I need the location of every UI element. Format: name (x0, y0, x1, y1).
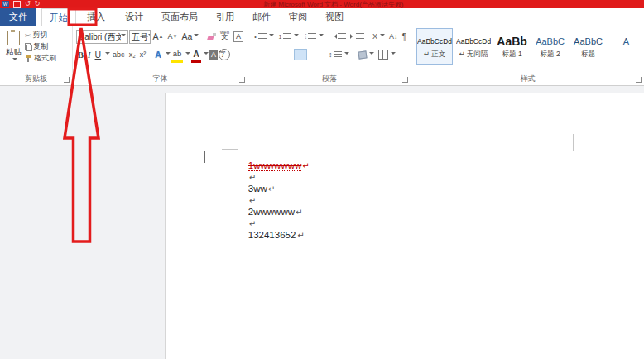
tab-insert[interactable]: 插入 (79, 8, 113, 26)
tab-mailings[interactable]: 邮件 (245, 8, 278, 26)
style-preview: AaBbC (571, 33, 605, 50)
asian-layout-button[interactable]: X (371, 30, 387, 43)
tab-design[interactable]: 设计 (118, 8, 151, 26)
character-border-button[interactable]: A (232, 30, 245, 43)
character-shading-button[interactable]: A (209, 50, 218, 60)
styles-gallery: AaBbCcDd ↵ 正文 AaBbCcDd ↵ 无间隔 AaBb 标题 1 A… (416, 28, 644, 65)
tab-review[interactable]: 审阅 (281, 8, 315, 26)
align-left-button[interactable] (252, 50, 264, 60)
style-heading-2[interactable]: AaBbC 标题 2 (532, 28, 568, 65)
increase-indent-button[interactable] (348, 30, 366, 43)
highlight-color-button[interactable]: ab (171, 47, 184, 63)
doc-line-empty[interactable]: ↵ (238, 208, 256, 220)
doc-line-deleted[interactable]: 1wwwwwww↵ (238, 151, 310, 162)
underline-button[interactable]: U (94, 48, 103, 61)
font-name-combobox[interactable]: Calibri (西文 (76, 30, 128, 44)
show-hide-marks-button[interactable]: ¶ (401, 30, 408, 43)
tab-view[interactable]: 视图 (318, 8, 351, 26)
bold-button[interactable]: B (76, 48, 85, 61)
phonetic-guide-button[interactable]: wén 文 (219, 30, 231, 43)
clipboard-dialog-launcher[interactable] (64, 77, 70, 83)
style-preview: AaBb (495, 33, 529, 50)
style-preview: AaBbCcDd (417, 33, 452, 50)
line-spacing-button[interactable]: ↕ (327, 48, 351, 61)
shading-button[interactable] (357, 48, 376, 61)
doc-line[interactable]: 3ww↵ (238, 174, 275, 185)
cut-button[interactable]: ✂ 剪切 (25, 30, 56, 41)
paste-button[interactable]: 粘贴 (2, 28, 25, 74)
font-name-value: Calibri (西文 (79, 31, 121, 43)
tracked-change-bar (204, 151, 205, 163)
chevron-down-icon[interactable] (121, 34, 126, 39)
strikethrough-button[interactable]: abc (111, 48, 127, 61)
font-color-button[interactable]: A (191, 47, 201, 63)
style-no-spacing[interactable]: AaBbCcDd ↵ 无间隔 (455, 28, 492, 65)
doc-line-with-cursor[interactable]: 132413652↵ (238, 220, 305, 232)
doc-line-empty[interactable]: ↵ (238, 185, 256, 197)
paragraph-mark: ↵ (297, 231, 304, 240)
format-painter-icon (25, 55, 32, 62)
superscript-button[interactable]: x² (138, 48, 148, 61)
font-size-combobox[interactable]: 五号 (129, 30, 150, 44)
decrease-indent-button[interactable] (330, 30, 348, 43)
group-clipboard: 粘贴 ✂ 剪切 复制 格式刷 剪贴板 (0, 26, 73, 85)
clipboard-group-label: 剪贴板 (0, 74, 72, 84)
style-title[interactable]: AaBbC 标题 (570, 28, 606, 65)
tab-file[interactable]: 文件 (0, 8, 36, 26)
borders-button[interactable] (377, 48, 397, 61)
undo-icon[interactable]: ↺ (25, 0, 31, 8)
tab-home[interactable]: 开始 (41, 8, 76, 26)
paragraph-dialog-launcher[interactable] (402, 77, 408, 83)
justify-button[interactable] (295, 50, 306, 60)
style-name: 标题 1 (495, 50, 529, 60)
style-partial[interactable]: A (608, 28, 644, 65)
style-heading-1[interactable]: AaBb 标题 1 (494, 28, 530, 65)
chevron-down-icon[interactable] (148, 34, 150, 39)
doc-line[interactable]: 2wwwwww↵ (238, 197, 302, 208)
format-painter-label: 格式刷 (34, 53, 56, 64)
highlight-dropdown-icon[interactable] (185, 52, 190, 57)
bullets-button[interactable]: • (252, 30, 276, 43)
distribute-button[interactable] (309, 50, 320, 60)
tab-page-layout[interactable]: 页面布局 (154, 8, 205, 26)
align-center-button[interactable] (267, 50, 278, 60)
sort-button[interactable]: A↓ (387, 30, 400, 43)
margin-crop-mark-left (222, 132, 238, 150)
styles-dialog-launcher[interactable] (636, 77, 642, 83)
group-font: Calibri (西文 五号 A▲ A▼ Aa wén 文 A B I U ab… (73, 26, 248, 85)
save-icon[interactable] (13, 1, 21, 8)
format-painter-button[interactable]: 格式刷 (25, 53, 56, 64)
clear-formatting-button[interactable] (206, 30, 218, 43)
italic-button[interactable]: I (86, 48, 93, 61)
tab-references[interactable]: 引用 (209, 8, 242, 26)
paste-dropdown-icon[interactable] (12, 58, 17, 63)
redo-icon[interactable]: ↻ (35, 0, 41, 8)
shrink-font-button[interactable]: A▼ (166, 30, 180, 43)
change-case-button[interactable]: Aa (180, 30, 200, 43)
font-dialog-launcher[interactable] (239, 77, 245, 83)
align-right-button[interactable] (281, 50, 292, 60)
word-app-icon: W (2, 1, 9, 7)
group-styles: AaBbCcDd ↵ 正文 AaBbCcDd ↵ 无间隔 AaBb 标题 1 A… (411, 26, 644, 85)
underline-dropdown-icon[interactable] (105, 52, 110, 57)
style-preview: AaBbC (533, 33, 567, 50)
subscript-button[interactable]: x₂ (127, 48, 137, 61)
font-size-value: 五号 (132, 31, 148, 43)
copy-button[interactable]: 复制 (25, 41, 56, 52)
paint-bucket-icon (358, 50, 367, 59)
paste-label: 粘贴 (6, 47, 22, 58)
text-effects-dropdown-icon[interactable] (166, 52, 171, 57)
phonetic-hanzi-label: 文 (221, 35, 228, 40)
ribbon-home: 粘贴 ✂ 剪切 复制 格式刷 剪贴板 Calibri (西文 (0, 26, 644, 86)
font-color-dropdown-icon[interactable] (204, 52, 209, 57)
paragraph-mark: ↵ (296, 208, 302, 217)
doc-line-empty[interactable]: ↵ (238, 162, 256, 174)
style-name: ↵ 正文 (417, 50, 452, 60)
style-name: 标题 2 (533, 50, 567, 60)
multilevel-list-button[interactable]: ⋮ (301, 30, 325, 43)
style-normal[interactable]: AaBbCcDd ↵ 正文 (416, 28, 453, 65)
enclose-characters-button[interactable]: 字 (219, 49, 230, 60)
grow-font-button[interactable]: A▲ (151, 30, 166, 43)
numbering-button[interactable]: 1 (276, 30, 300, 43)
text-effects-button[interactable]: A (153, 48, 163, 61)
